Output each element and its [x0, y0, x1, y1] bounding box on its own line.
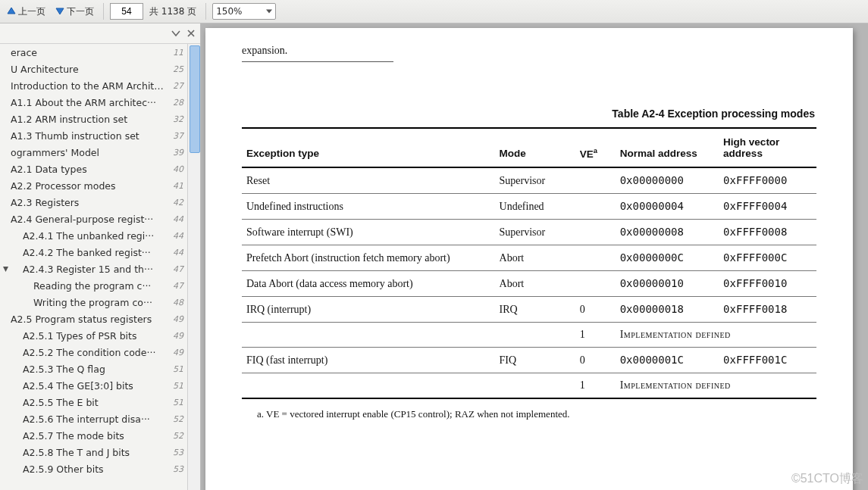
outline-item[interactable]: A1.1 About the ARM architec···28 [0, 94, 186, 111]
outline-item[interactable]: A1.2 ARM instruction set32 [0, 111, 186, 127]
chevron-down-icon[interactable] [171, 29, 180, 38]
table-row: Undefined instructionsUndefined0x0000000… [242, 194, 816, 220]
table-row: Data Abort (data access memory abort)Abo… [242, 271, 816, 297]
outline-item[interactable]: A2.5.9 Other bits53 [0, 460, 186, 477]
outline-item[interactable]: A2.2 Processor modes41 [0, 177, 186, 194]
col-exception-type: Exception type [242, 128, 495, 167]
document-view[interactable]: expansion. Table A2-4 Exception processi… [201, 23, 868, 490]
col-mode: Mode [495, 128, 575, 167]
outline-item-label: A1.2 ARM instruction set [11, 114, 168, 125]
disclosure-triangle-icon[interactable] [0, 266, 11, 273]
outline-item-page: 52 [173, 431, 183, 441]
outline-item-label: A2.4 General-purpose regist··· [11, 214, 168, 225]
outline-item-page: 40 [173, 164, 183, 174]
arrow-up-icon [6, 6, 17, 17]
outline-item[interactable]: A2.3 Registers42 [0, 194, 186, 211]
outline-item[interactable]: A2.4.3 Register 15 and th···47 [0, 261, 186, 277]
cell-mode: IRQ [495, 297, 575, 323]
cell-mode: Supervisor [495, 220, 575, 245]
outline-item[interactable]: A2.5.3 The Q flag51 [0, 360, 186, 377]
close-icon[interactable] [186, 29, 196, 38]
outline-item-page: 47 [173, 281, 183, 291]
cell-exception-type [242, 373, 495, 399]
outline-item-label: A2.5.4 The GE[3:0] bits [11, 380, 168, 392]
cell-normal-addr: 0x00000000 [616, 167, 719, 194]
toolbar: 上一页 下一页 共 1138 页 150% [0, 0, 868, 23]
table-row: 1Implementation defined [242, 373, 816, 399]
outline-item-page: 37 [173, 131, 183, 141]
zoom-value: 150% [216, 6, 242, 17]
outline-item-label: A2.5 Program status registers [11, 314, 168, 325]
outline-item[interactable]: A2.5.8 The T and J bits53 [0, 444, 186, 460]
table-caption: Table A2-4 Exception processing modes [242, 108, 816, 120]
outline-item-label: A2.5.7 The mode bits [11, 430, 168, 442]
table-row: Prefetch Abort (instruction fetch memory… [242, 245, 816, 271]
outline-item[interactable]: A2.5.4 The GE[3:0] bits51 [0, 377, 186, 394]
cell-normal-addr: 0x0000000C [616, 245, 719, 271]
outline-item[interactable]: A1.3 Thumb instruction set37 [0, 127, 186, 144]
outline-item[interactable]: A2.4.1 The unbanked regi···44 [0, 227, 186, 244]
table-header-row: Exception type Mode VEa Normal address H… [242, 128, 816, 167]
cell-ve [575, 220, 616, 245]
cell-ve [575, 194, 616, 220]
cell-ve [575, 271, 616, 297]
outline-item-page: 28 [173, 98, 183, 108]
cell-normal-addr: 0x00000004 [616, 194, 719, 220]
outline-item-label: A2.2 Processor modes [11, 180, 168, 192]
cell-ve: 0 [575, 297, 616, 323]
outline-item[interactable]: Writing the program co···48 [0, 294, 186, 311]
outline-item[interactable]: Introduction to the ARM Archite···27 [0, 77, 186, 94]
outline-item-label: A1.1 About the ARM architec··· [11, 97, 168, 108]
table-row: Software interrupt (SWI)Supervisor0x0000… [242, 220, 816, 245]
scrollbar[interactable] [187, 44, 200, 490]
outline-item[interactable]: ogrammers' Model39 [0, 144, 186, 161]
page-number-input[interactable] [110, 3, 143, 20]
outline-item-page: 25 [173, 64, 183, 74]
outline-sidebar: erace11U Architecture25Introduction to t… [0, 23, 201, 490]
outline-item-page: 51 [173, 398, 183, 407]
outline-item-label: A2.5.3 The Q flag [11, 364, 168, 375]
outline-item[interactable]: A2.4 General-purpose regist···44 [0, 211, 186, 227]
outline-item-label: A2.1 Data types [11, 164, 168, 175]
outline-item[interactable]: Reading the program c···47 [0, 277, 186, 294]
outline-item[interactable]: A2.1 Data types40 [0, 161, 186, 177]
next-page-button[interactable]: 下一页 [52, 4, 97, 20]
prev-page-label: 上一页 [18, 5, 45, 18]
outline-item-label: A2.5.6 The interrupt disa··· [11, 414, 168, 425]
outline-item-page: 53 [173, 464, 183, 474]
table-footnote: a. VE = vectored interrupt enable (CP15 … [242, 408, 816, 420]
outline-item-page: 44 [173, 248, 183, 257]
cell-mode: Supervisor [495, 167, 575, 194]
cell-high-addr: 0xFFFF0004 [719, 194, 816, 220]
outline-item-page: 41 [173, 181, 183, 191]
outline-item-page: 39 [173, 148, 183, 158]
outline-item[interactable]: A2.5.7 The mode bits52 [0, 427, 186, 444]
outline-item-page: 11 [173, 48, 183, 58]
outline-item-label: ogrammers' Model [11, 147, 168, 158]
outline-item[interactable]: A2.5.6 The interrupt disa···52 [0, 410, 186, 427]
outline-item[interactable]: A2.5.1 Types of PSR bits49 [0, 327, 186, 344]
outline-item-page: 51 [173, 364, 183, 374]
scrollbar-thumb[interactable] [190, 45, 200, 153]
outline-item[interactable]: U Architecture25 [0, 61, 186, 77]
outline-item-page: 32 [173, 114, 183, 124]
cell-normal-addr: 0x00000010 [616, 271, 719, 297]
outline-item[interactable]: A2.5 Program status registers49 [0, 311, 186, 327]
outline-item-label: A2.5.8 The T and J bits [11, 447, 168, 458]
outline-item[interactable]: A2.4.2 The banked regist···44 [0, 244, 186, 261]
col-normal-addr: Normal address [616, 128, 719, 167]
cell-ve: 0 [575, 348, 616, 373]
outline-item[interactable]: erace11 [0, 44, 186, 61]
cell-normal-addr: 0x0000001C [616, 348, 719, 373]
zoom-select[interactable]: 150% [212, 3, 276, 20]
cell-ve [575, 167, 616, 194]
table-row: IRQ (interrupt)IRQ00x000000180xFFFF0018 [242, 297, 816, 323]
outline-item-label: A2.4.2 The banked regist··· [11, 247, 168, 258]
cell-ve: 1 [575, 323, 616, 348]
outline-item-page: 49 [173, 314, 183, 324]
outline-item[interactable]: A2.5.5 The E bit51 [0, 394, 186, 410]
cell-mode: Undefined [495, 194, 575, 220]
cell-implementation-defined: Implementation defined [616, 323, 816, 348]
outline-item[interactable]: A2.5.2 The condition code···49 [0, 344, 186, 360]
prev-page-button[interactable]: 上一页 [3, 4, 49, 20]
